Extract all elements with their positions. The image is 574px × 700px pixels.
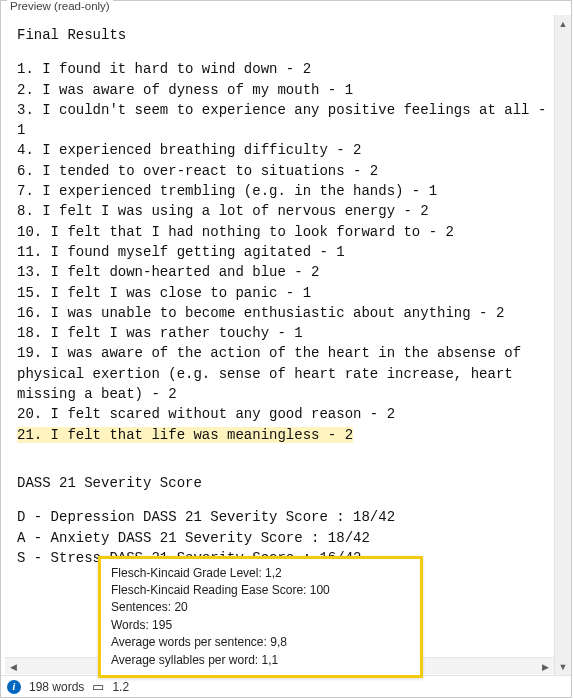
result-item-highlighted: 21. I felt that life was meaningless - 2: [17, 425, 555, 445]
result-item: 6. I tended to over-react to situations …: [17, 161, 555, 181]
tooltip-line: Average syllables per word: 1,1: [111, 652, 410, 669]
readability-icon[interactable]: ▭: [92, 679, 104, 694]
result-item: 16. I was unable to become enthusiastic …: [17, 303, 555, 323]
result-item: 2. I was aware of dyness of my mouth - 1: [17, 80, 555, 100]
result-item: 13. I felt down-hearted and blue - 2: [17, 262, 555, 282]
result-item: 1. I found it hard to wind down - 2: [17, 59, 555, 79]
result-item: 7. I experienced trembling (e.g. in the …: [17, 181, 555, 201]
scroll-down-icon[interactable]: ▼: [555, 658, 571, 675]
tooltip-line: Flesch-Kincaid Grade Level: 1,2: [111, 565, 410, 582]
severity-score: A - Anxiety DASS 21 Severity Score : 18/…: [17, 528, 555, 548]
panel-title: Preview (read-only): [7, 0, 113, 12]
scroll-right-icon[interactable]: ▶: [537, 658, 554, 675]
word-count[interactable]: 198 words: [29, 680, 84, 694]
preview-panel: Preview (read-only) Final Results 1. I f…: [0, 0, 572, 698]
readability-grade[interactable]: 1.2: [112, 680, 129, 694]
result-item: 18. I felt I was rather touchy - 1: [17, 323, 555, 343]
result-item: 3. I couldn't seem to experience any pos…: [17, 100, 555, 141]
result-item: 11. I found myself getting agitated - 1: [17, 242, 555, 262]
result-item: 19. I was aware of the action of the hea…: [17, 343, 555, 404]
preview-content: Final Results 1. I found it hard to wind…: [5, 15, 567, 578]
tooltip-line: Words: 195: [111, 617, 410, 634]
scrollbar-track[interactable]: [555, 32, 571, 658]
result-item: 8. I felt I was using a lot of nervous e…: [17, 201, 555, 221]
results-heading: Final Results: [17, 25, 555, 45]
result-item: 20. I felt scared without any good reaso…: [17, 404, 555, 424]
tooltip-line: Sentences: 20: [111, 599, 410, 616]
result-item: 10. I felt that I had nothing to look fo…: [17, 222, 555, 242]
info-icon[interactable]: i: [7, 680, 21, 694]
readability-tooltip: Flesch-Kincaid Grade Level: 1,2 Flesch-K…: [98, 556, 423, 678]
vertical-scrollbar[interactable]: ▲ ▼: [554, 15, 571, 675]
result-item: 15. I felt I was close to panic - 1: [17, 283, 555, 303]
severity-score: D - Depression DASS 21 Severity Score : …: [17, 507, 555, 527]
status-bar: i 198 words ▭ 1.2: [1, 675, 571, 697]
result-item: 4. I experienced breathing difficulty - …: [17, 140, 555, 160]
severity-heading: DASS 21 Severity Score: [17, 473, 555, 493]
scroll-up-icon[interactable]: ▲: [555, 15, 571, 32]
tooltip-line: Average words per sentence: 9,8: [111, 634, 410, 651]
tooltip-line: Flesch-Kincaid Reading Ease Score: 100: [111, 582, 410, 599]
scroll-left-icon[interactable]: ◀: [5, 658, 22, 675]
